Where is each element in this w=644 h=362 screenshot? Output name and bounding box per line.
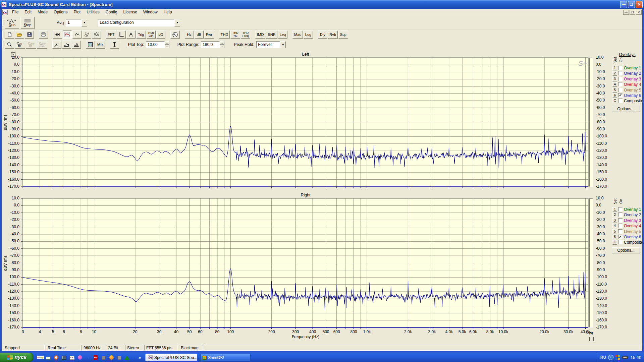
print-button[interactable] (39, 31, 48, 39)
open-file-button[interactable] (15, 31, 24, 39)
thd-button[interactable]: THD (219, 31, 230, 39)
overlay-set-button-1[interactable]: 1 (612, 66, 617, 70)
pwr-button[interactable]: Pwr (204, 31, 214, 39)
bar-plot-button[interactable] (72, 41, 81, 49)
overlay-set-button-2[interactable]: 2 (612, 71, 617, 76)
snr-button[interactable]: SNR (266, 31, 277, 39)
toolbar-gripper[interactable] (2, 31, 3, 38)
film-icon[interactable] (61, 355, 67, 360)
overlay-set-button-3[interactable]: 3 (612, 218, 617, 223)
language-indicator[interactable]: RU (600, 355, 606, 360)
mdi-close-button[interactable]: ✕ (636, 10, 642, 15)
media-sphere-icon[interactable] (77, 355, 83, 360)
zoom-button[interactable] (5, 41, 14, 49)
taskbar-task-1[interactable]: SpectraPLUS-SC Sou... (145, 354, 197, 361)
surface-plot-button[interactable] (92, 31, 101, 39)
overlay-set-button-5[interactable]: 5 (612, 88, 617, 93)
overlay-set-button-6[interactable]: 6 (612, 93, 617, 98)
menu-item-file[interactable]: File (9, 9, 21, 16)
overlay-set-button-5[interactable]: 5 (612, 229, 617, 234)
plot-range-input[interactable]: 180.0 (201, 41, 220, 48)
menu-item-config[interactable]: Config (103, 9, 120, 16)
overlay-on-checkbox-2[interactable] (618, 213, 623, 217)
menu-item-edit[interactable]: Edit (21, 9, 35, 16)
plot-top-input[interactable]: 10.00 (146, 41, 165, 48)
overlay-on-checkbox-2[interactable] (618, 71, 623, 75)
close-button[interactable]: ✕ (636, 1, 643, 8)
time-series-button[interactable] (72, 31, 82, 39)
marker-button[interactable]: Mrk (96, 41, 105, 49)
line-plot-button[interactable] (52, 41, 61, 49)
avira-icon[interactable] (124, 355, 130, 360)
menu-item-plot[interactable]: Plot (70, 9, 84, 16)
ebay-icon[interactable]: ebay (38, 355, 43, 360)
overlay-on-checkbox-6[interactable]: ✓ (618, 235, 623, 239)
antivirus-tray-icon[interactable] (615, 355, 620, 360)
io-device-button[interactable]: I/O (156, 31, 165, 39)
menu-item-mode[interactable]: Mode (35, 9, 51, 16)
connector-icon[interactable] (101, 355, 106, 360)
avg-combobox[interactable]: 1 ▼ (66, 19, 87, 26)
toolbar-gripper[interactable] (2, 19, 3, 26)
run-button[interactable]: Run (5, 17, 19, 29)
power-meter-strip[interactable] (589, 58, 593, 187)
overlay-set-button-C[interactable]: C (612, 240, 617, 245)
scope-button[interactable]: Scp (338, 31, 348, 39)
trigger-button[interactable]: Trig (136, 31, 146, 39)
right-plot[interactable] (0, 198, 644, 336)
ie-icon[interactable]: e (85, 355, 91, 360)
peak-hold-combobox[interactable]: Forever ▼ (256, 41, 286, 48)
imd-button[interactable]: IMD (255, 31, 265, 39)
fft-settings-button[interactable]: FFT (106, 31, 116, 39)
configuration-combobox[interactable]: Load Configuration ▼ (98, 19, 180, 26)
thd-n-button[interactable]: THD +N (230, 31, 240, 39)
spectrum-view-button[interactable] (63, 31, 72, 39)
esi-audio-tray-icon[interactable]: ESI (622, 356, 628, 359)
plot-top-stepper[interactable]: ▲▼ (165, 41, 169, 48)
menu-item-help[interactable]: Help (161, 9, 175, 16)
window-icon[interactable] (46, 355, 51, 360)
toolbar-gripper[interactable] (2, 41, 3, 48)
overlay-on-checkbox-6[interactable]: ✓ (618, 93, 623, 98)
collapse-button[interactable]: - (589, 337, 594, 341)
menu-item-options[interactable]: Options (51, 9, 70, 16)
overlay-set-button-4[interactable]: 4 (612, 82, 617, 87)
delay-button[interactable]: Dly (318, 31, 327, 39)
overlay-set-button-C[interactable]: C (612, 99, 617, 103)
power-meter-strip[interactable] (589, 198, 593, 327)
opera-icon[interactable] (53, 355, 59, 360)
overlay-on-checkbox-1[interactable] (618, 207, 623, 212)
connector2-icon[interactable] (116, 355, 122, 360)
overlay-on-checkbox-1[interactable] (618, 66, 623, 70)
overlay-options-button-1[interactable]: Options... (612, 106, 640, 112)
playback-button[interactable] (53, 31, 62, 39)
chevron-down-icon[interactable]: ▼ (82, 19, 87, 26)
hz-button[interactable]: Hz (185, 31, 194, 39)
overlay-options-button-2[interactable]: Options... (612, 247, 640, 253)
save-button[interactable] (25, 31, 34, 39)
leq-button[interactable]: Leq (278, 31, 287, 39)
quicklaunch-overflow-chevron[interactable]: » (137, 355, 143, 360)
menu-item-utilities[interactable]: Utilities (84, 9, 103, 16)
overlay-on-checkbox-5[interactable] (618, 229, 623, 234)
menu-item-license[interactable]: License (120, 9, 140, 16)
zoom-in-2x-button[interactable]: IN2X (15, 41, 25, 49)
zoom-out-full-button[interactable]: OUTFULL (37, 41, 47, 49)
scaling-button[interactable] (117, 31, 126, 39)
minimize-button[interactable]: — (620, 1, 627, 8)
step-plot-button[interactable] (62, 41, 71, 49)
thd-freq-button[interactable]: THD Freq (241, 31, 251, 39)
reverb-button[interactable]: Rvb (328, 31, 338, 39)
chevron-down-icon[interactable]: ▼ (174, 19, 180, 26)
overlay-set-button-3[interactable]: 3 (612, 77, 617, 81)
mdi-restore-button[interactable]: ❐ (630, 10, 635, 15)
taskbar-task-2[interactable]: SnimOK! (200, 354, 251, 361)
overlay-on-checkbox-3[interactable] (618, 218, 623, 223)
spectrogram-button[interactable] (82, 31, 91, 39)
collapse-button[interactable]: - (11, 52, 15, 57)
left-plot[interactable]: S+ (0, 57, 644, 195)
plot-range-tool-button[interactable] (110, 41, 119, 49)
overlay-set-button-1[interactable]: 1 (612, 207, 617, 212)
start-button[interactable]: пуск (0, 353, 34, 362)
plot-details-button[interactable] (86, 41, 95, 49)
